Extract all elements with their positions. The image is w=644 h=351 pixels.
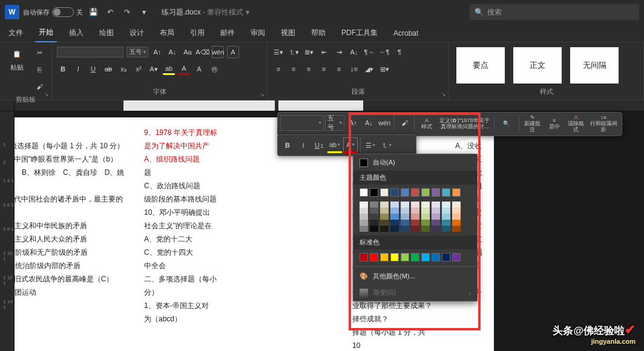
mini-highlight-button[interactable]: ab▾	[327, 137, 342, 153]
distribute-icon[interactable]: ≡	[333, 63, 345, 75]
more-colors-item[interactable]: 🎨 其他颜色(M)...	[353, 268, 477, 284]
subscript-button[interactable]: x₂	[117, 63, 130, 75]
bold-button[interactable]: B	[57, 63, 69, 75]
color-swatch[interactable]	[411, 253, 419, 261]
mini-grow-font-icon[interactable]: A↑	[346, 115, 360, 131]
tab-references[interactable]: 引用	[186, 24, 208, 42]
sort-icon[interactable]: A↓	[348, 46, 360, 58]
mini-search-icon[interactable]: 🔍	[497, 115, 516, 133]
color-swatch[interactable]	[421, 214, 430, 220]
tab-view[interactable]: 视图	[277, 24, 299, 42]
mini-shrink-font-icon[interactable]: A↓	[361, 115, 376, 131]
save-icon[interactable]: 💾	[87, 5, 100, 19]
color-swatch[interactable]	[411, 202, 419, 208]
color-swatch[interactable]	[442, 202, 450, 208]
color-swatch[interactable]	[380, 202, 389, 208]
undo-icon[interactable]: ↶	[104, 5, 117, 19]
mini-new-comment-button[interactable]: ✎新建批注	[522, 115, 544, 133]
color-swatch[interactable]	[442, 188, 450, 197]
char-shading-icon[interactable]: A	[193, 63, 205, 75]
color-swatch[interactable]	[452, 202, 461, 208]
color-swatch[interactable]	[432, 208, 440, 214]
strike-button[interactable]: ab	[102, 63, 114, 75]
mini-line-spacing-button[interactable]: ↕≡行和段落间距	[588, 115, 619, 133]
italic-button[interactable]: I	[72, 63, 84, 75]
mini-underline-button[interactable]: U▾	[312, 137, 326, 153]
color-swatch[interactable]	[360, 253, 368, 261]
copy-icon[interactable]: ⎘	[33, 63, 46, 76]
mini-format-painter-icon[interactable]: 🖌	[397, 115, 412, 131]
color-swatch[interactable]	[401, 253, 409, 261]
color-swatch[interactable]	[421, 226, 430, 232]
color-swatch[interactable]	[370, 208, 378, 214]
color-swatch[interactable]	[370, 253, 378, 261]
dialog-launcher-icon[interactable]: ↘	[441, 91, 446, 97]
mini-numbering-button[interactable]: ⒈▾	[379, 137, 393, 153]
color-swatch[interactable]	[432, 214, 440, 220]
color-swatch[interactable]	[421, 188, 430, 197]
color-swatch[interactable]	[380, 220, 389, 226]
qat-dropdown-icon[interactable]: ▾	[137, 5, 151, 19]
color-swatch[interactable]	[421, 208, 430, 214]
mini-define-button[interactable]: 定义(✿)"1978年关于真理标准问题的讨...	[438, 115, 491, 133]
page-col-2[interactable]: 9、1978 年关于真理标 是为了解决中国共产 A、组织路线问题 题 C、政治路…	[134, 117, 231, 351]
align-left-icon[interactable]: ≡	[272, 63, 284, 75]
shading-icon[interactable]: ◢▾	[363, 63, 375, 75]
numbering-icon[interactable]: ⒈▾	[288, 46, 300, 58]
enclose-char-icon[interactable]: ㊕	[208, 63, 220, 75]
tab-file[interactable]: 文件	[5, 24, 27, 42]
color-swatch[interactable]	[452, 208, 461, 214]
color-swatch[interactable]	[380, 214, 389, 220]
color-swatch[interactable]	[370, 214, 378, 220]
color-swatch[interactable]	[411, 214, 419, 220]
color-swatch[interactable]	[390, 253, 399, 261]
color-swatch[interactable]	[442, 226, 450, 232]
color-swatch[interactable]	[432, 253, 440, 261]
color-swatch[interactable]	[452, 214, 461, 220]
color-swatch[interactable]	[401, 226, 409, 232]
borders-icon[interactable]: ⊞▾	[378, 63, 390, 75]
horizontal-ruler[interactable]	[0, 100, 644, 111]
multilevel-icon[interactable]: ≣▾	[303, 46, 315, 58]
align-center-icon[interactable]: ≡	[288, 63, 300, 75]
color-swatch[interactable]	[390, 202, 399, 208]
color-swatch[interactable]	[360, 208, 368, 214]
superscript-button[interactable]: x²	[133, 63, 145, 75]
justify-icon[interactable]: ≡	[318, 63, 330, 75]
mini-bold-button[interactable]: B	[280, 137, 295, 153]
tab-layout[interactable]: 布局	[156, 24, 178, 42]
color-swatch[interactable]	[401, 214, 409, 220]
color-swatch[interactable]	[421, 202, 430, 208]
color-swatch[interactable]	[432, 220, 440, 226]
page-col-1[interactable]: 一、单项选择题（每小题 1 分，共 10 分） 1、近代中国"睁眼看世界第一人"…	[15, 117, 134, 351]
mini-italic-button[interactable]: I	[296, 137, 310, 153]
font-color-icon[interactable]: A	[178, 63, 190, 75]
dialog-launcher-icon[interactable]: ↘	[260, 91, 264, 97]
color-swatch[interactable]	[380, 188, 389, 197]
mini-font-size[interactable]: 五号▾	[325, 115, 345, 131]
color-swatch[interactable]	[390, 188, 399, 197]
mini-font-color-button[interactable]: A▾	[343, 137, 358, 153]
color-swatch[interactable]	[432, 226, 440, 232]
color-swatch[interactable]	[452, 226, 461, 232]
style-card-2[interactable]: 正文	[513, 47, 562, 84]
color-swatch[interactable]	[360, 188, 368, 197]
color-swatch[interactable]	[370, 188, 378, 197]
tab-insert[interactable]: 插入	[65, 24, 87, 42]
color-swatch[interactable]	[401, 202, 409, 208]
underline-button[interactable]: U	[87, 63, 99, 75]
color-swatch[interactable]	[390, 220, 399, 226]
autosave-toggle[interactable]: 自动保存 关	[23, 7, 83, 17]
redo-icon[interactable]: ↷	[120, 5, 134, 19]
line-spacing-icon[interactable]: ↕≡	[348, 63, 360, 75]
highlight-icon[interactable]: ab	[163, 63, 175, 75]
mini-center-button[interactable]: ≡居中	[545, 115, 564, 133]
bullets-icon[interactable]: ☰▾	[272, 46, 284, 58]
color-swatch[interactable]	[370, 202, 378, 208]
color-swatch[interactable]	[452, 253, 461, 261]
color-swatch[interactable]	[380, 253, 389, 261]
color-swatch[interactable]	[432, 188, 440, 197]
paste-button[interactable]: 📋 粘贴	[5, 46, 29, 72]
color-swatch[interactable]	[452, 188, 461, 197]
color-swatch[interactable]	[360, 202, 368, 208]
